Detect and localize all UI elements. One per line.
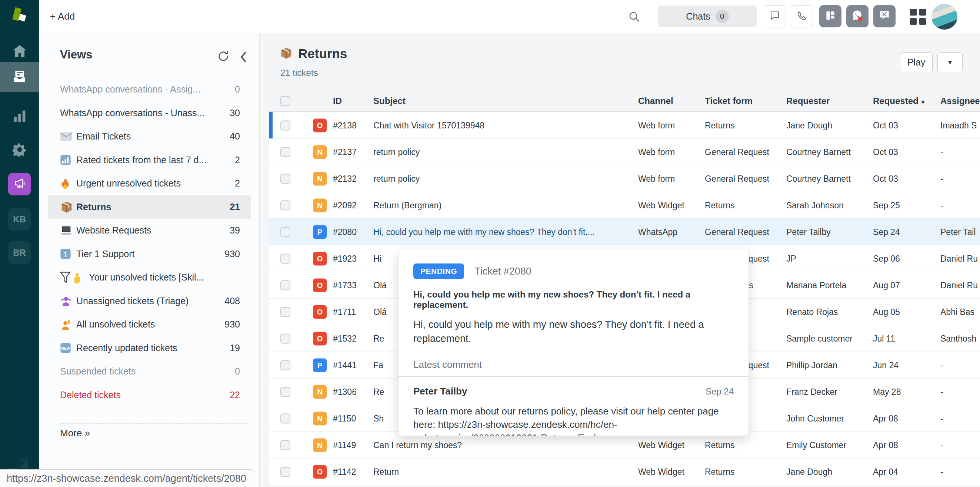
view-item[interactable]: All unsolved tickets930 bbox=[48, 313, 251, 336]
row-checkbox[interactable] bbox=[280, 466, 290, 477]
ticket-requested: Jul 11 bbox=[873, 333, 895, 343]
app-x-bubble-button[interactable] bbox=[873, 5, 896, 27]
chat-toggle-button[interactable] bbox=[764, 5, 786, 27]
ticket-subject[interactable]: Re bbox=[373, 387, 384, 397]
view-item-count: 40 bbox=[226, 131, 240, 142]
ticket-subject[interactable]: Olá bbox=[373, 280, 387, 290]
ticket-id: #2138 bbox=[333, 120, 357, 130]
ticket-subject[interactable]: Return bbox=[373, 466, 399, 477]
nav-home[interactable] bbox=[0, 39, 39, 63]
ticket-id: #2092 bbox=[333, 200, 357, 210]
ticket-subject[interactable]: Sh bbox=[373, 413, 384, 424]
ticket-status-badge: N bbox=[313, 198, 327, 212]
ticket-subject[interactable]: Can I return my shoes? bbox=[373, 440, 462, 450]
nav-views[interactable] bbox=[0, 62, 39, 92]
ticket-subject[interactable]: return policy bbox=[373, 147, 420, 157]
view-item-count: 19 bbox=[226, 343, 240, 354]
ticket-count: 21 tickets bbox=[280, 68, 318, 78]
nav-reports[interactable] bbox=[0, 104, 39, 128]
table-row[interactable]: O#2138Chat with Visitor 1570139948Web fo… bbox=[269, 112, 980, 139]
column-header-ticket-form[interactable]: Ticket form bbox=[705, 96, 752, 106]
add-button[interactable]: + Add bbox=[50, 0, 75, 33]
row-checkbox[interactable] bbox=[280, 280, 290, 290]
view-item[interactable]: Suspended tickets0 bbox=[48, 360, 251, 383]
row-checkbox[interactable] bbox=[280, 440, 290, 450]
nav-kb[interactable]: KB bbox=[8, 208, 31, 230]
row-checkbox[interactable] bbox=[280, 413, 290, 424]
ticket-subject[interactable]: Fa bbox=[373, 360, 383, 370]
view-item-count: 2 bbox=[231, 155, 240, 165]
row-checkbox[interactable] bbox=[280, 200, 290, 210]
view-item[interactable]: Website Requests39 bbox=[48, 219, 251, 243]
row-checkbox[interactable] bbox=[280, 227, 290, 237]
ticket-id: #1150 bbox=[333, 413, 356, 424]
megaphone-icon bbox=[13, 177, 27, 192]
row-checkbox[interactable] bbox=[280, 174, 290, 184]
view-item-count: 930 bbox=[221, 319, 240, 330]
ticket-assignee: Peter Tail bbox=[940, 227, 975, 237]
row-checkbox[interactable] bbox=[280, 387, 290, 397]
ticket-subject[interactable]: Hi bbox=[373, 254, 382, 263]
shrug-icon bbox=[60, 295, 76, 306]
view-item[interactable]: WhatsApp conversations - Assig...0 bbox=[48, 78, 251, 102]
view-item[interactable]: 1Tier 1 Support930 bbox=[48, 243, 251, 266]
column-header-subject[interactable]: Subject bbox=[373, 96, 406, 106]
table-row[interactable]: N#2137return policyWeb formGeneral Reque… bbox=[269, 139, 980, 165]
table-row[interactable]: P#2080Hi, could you help me with my new … bbox=[269, 219, 980, 245]
ticket-subject[interactable]: Olá bbox=[373, 307, 387, 317]
row-checkbox[interactable] bbox=[280, 360, 290, 370]
ticket-requester: Jane Dough bbox=[786, 466, 832, 477]
column-header-assignee[interactable]: Assignee bbox=[940, 96, 980, 106]
ticket-subject[interactable]: return policy bbox=[373, 174, 420, 184]
search-button[interactable] bbox=[628, 10, 640, 24]
status-url-tooltip: https://z3n-showcase.zendesk.com/agent/t… bbox=[0, 469, 253, 487]
view-item[interactable]: Urgent unresolved tickets2 bbox=[48, 172, 251, 195]
row-checkbox[interactable] bbox=[280, 254, 290, 263]
ticket-subject[interactable]: Return (Bergman) bbox=[373, 200, 441, 210]
row-checkbox[interactable] bbox=[280, 333, 290, 343]
more-views-link[interactable]: More » bbox=[60, 427, 90, 439]
ticket-requester: Mariana Portela bbox=[786, 280, 846, 290]
view-item[interactable]: Returns21 bbox=[48, 195, 251, 219]
view-item[interactable]: NEWRecently updated tickets19 bbox=[48, 336, 251, 360]
view-item[interactable]: Deleted tickets22 bbox=[48, 383, 251, 407]
ticket-subject[interactable]: Re bbox=[373, 333, 384, 343]
column-header-requester[interactable]: Requester bbox=[786, 96, 830, 106]
column-header-id[interactable]: ID bbox=[333, 96, 342, 106]
view-item[interactable]: WhatsApp conversations - Unass...30 bbox=[48, 102, 251, 125]
chats-button[interactable]: Chats 0 bbox=[658, 6, 757, 27]
column-header-channel[interactable]: Channel bbox=[638, 96, 673, 106]
ticket-subject[interactable]: Chat with Visitor 1570139948 bbox=[373, 120, 484, 130]
phone-toggle-button[interactable] bbox=[791, 5, 813, 27]
view-item[interactable]: Unassigned tickets (Triage)408 bbox=[48, 289, 251, 313]
play-button[interactable]: Play bbox=[900, 52, 932, 72]
refresh-button[interactable] bbox=[217, 50, 230, 64]
avatar[interactable] bbox=[931, 4, 958, 30]
collapse-panel-button[interactable] bbox=[239, 51, 247, 64]
column-header-requested[interactable]: Requested▾ bbox=[873, 96, 924, 106]
app-whatsapp-icon bbox=[851, 9, 864, 24]
nav-admin[interactable] bbox=[0, 138, 39, 161]
table-row[interactable]: O#1142ReturnWeb WidgetReturnsJane DoughA… bbox=[269, 458, 980, 485]
view-item[interactable]: Email Tickets40 bbox=[48, 125, 251, 148]
ticket-assignee: - bbox=[940, 200, 943, 210]
ticket-status-badge: O bbox=[313, 278, 327, 292]
table-row[interactable]: N#2132return policyWeb formGeneral Reque… bbox=[269, 165, 980, 192]
app-layout-button[interactable] bbox=[819, 5, 842, 27]
view-item[interactable]: Rated tickets from the last 7 d...2 bbox=[48, 148, 251, 172]
nav-br[interactable]: BR bbox=[8, 241, 31, 264]
add-button-label: + Add bbox=[50, 11, 75, 22]
ticket-id: #1923 bbox=[333, 254, 357, 263]
ticket-requested: Aug 05 bbox=[873, 307, 900, 317]
nav-megaphone[interactable] bbox=[8, 173, 31, 195]
view-item[interactable]: Your unsolved tickets [Skil... bbox=[48, 266, 251, 289]
row-checkbox[interactable] bbox=[280, 120, 290, 130]
select-all-checkbox[interactable] bbox=[280, 96, 290, 106]
ticket-subject[interactable]: Hi, could you help me with my new shoes?… bbox=[373, 227, 595, 237]
table-row[interactable]: N#2092Return (Bergman)Web WidgetReturnsS… bbox=[269, 192, 980, 219]
app-whatsapp-button[interactable] bbox=[846, 5, 869, 27]
play-dropdown-button[interactable]: ▾ bbox=[937, 52, 963, 72]
row-checkbox[interactable] bbox=[280, 147, 290, 157]
row-checkbox[interactable] bbox=[280, 307, 290, 317]
apps-grid-button[interactable] bbox=[909, 8, 926, 25]
